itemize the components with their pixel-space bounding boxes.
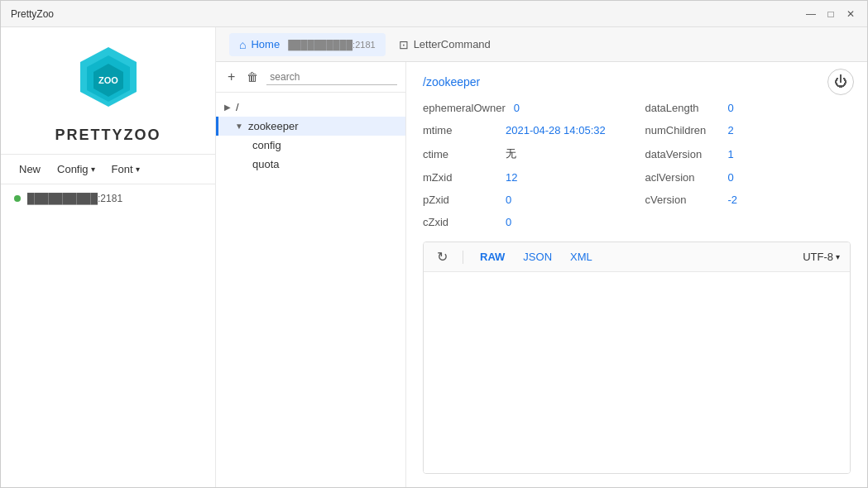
- detail-row-czxid: cZxid 0: [423, 216, 629, 228]
- tree-content: ▶ / ▼ zookeeper config: [216, 93, 405, 487]
- letter-icon: ⊡: [399, 38, 409, 51]
- app-window: PrettyZoo — □ ✕ ZOO PRETTYZOO: [0, 0, 868, 488]
- editor-area: ↻ RAW JSON XML UTF-8 ▾: [423, 242, 851, 474]
- tree-panel: + 🗑 ▶ / ▼ zookeeper: [216, 62, 406, 487]
- tree-item-quota-label: quota: [252, 158, 280, 170]
- detail-row-numchildren: numChildren 2: [645, 124, 851, 136]
- editor-body[interactable]: [424, 272, 850, 473]
- tab-home-host: ██████████:2181: [288, 40, 375, 50]
- label-datalength: dataLength: [645, 102, 720, 114]
- label-mzxid: mZxid: [423, 171, 497, 184]
- sidebar-nav: New Config ▾ Font ▾: [1, 154, 215, 184]
- sidebar-connection[interactable]: ██████████:2181: [1, 184, 215, 213]
- value-pzxid: 0: [506, 194, 511, 206]
- detail-row-pzxid: pZxid 0: [423, 194, 629, 206]
- tree-item-zookeeper-label: zookeeper: [248, 120, 299, 132]
- value-czxid: 0: [506, 216, 511, 228]
- window-controls: — □ ✕: [804, 7, 857, 21]
- detail-row-cversion: cVersion -2: [645, 194, 851, 206]
- app-title: PrettyZoo: [11, 8, 804, 20]
- value-dataversion: 1: [728, 148, 734, 160]
- add-node-button[interactable]: +: [224, 69, 238, 85]
- tree-item-root[interactable]: ▶ /: [216, 98, 405, 117]
- sidebar-logo-area: ZOO: [1, 27, 215, 127]
- value-mtime: 2021-04-28 14:05:32: [506, 124, 606, 136]
- svg-text:ZOO: ZOO: [98, 75, 118, 85]
- main-content: ⌂ Home ██████████:2181 ⊡ LetterCommand +…: [216, 27, 867, 487]
- tab-letter[interactable]: ⊡ LetterCommand: [389, 33, 501, 56]
- power-button[interactable]: ⏻: [827, 69, 854, 95]
- tree-item-quota[interactable]: quota: [216, 155, 405, 174]
- tab-bar: ⌂ Home ██████████:2181 ⊡ LetterCommand: [216, 27, 867, 62]
- tree-item-root-label: /: [236, 101, 239, 113]
- tree-toolbar: + 🗑: [216, 62, 405, 93]
- format-json-button[interactable]: JSON: [518, 249, 557, 265]
- status-dot-icon: [14, 195, 21, 202]
- detail-row-mzxid: mZxid 12: [423, 171, 629, 184]
- label-numchildren: numChildren: [645, 124, 720, 136]
- value-ctime: 无: [506, 146, 516, 161]
- minimize-button[interactable]: —: [804, 7, 818, 21]
- label-dataversion: dataVersion: [645, 148, 720, 160]
- title-bar: PrettyZoo — □ ✕: [1, 1, 867, 27]
- editor-divider: [463, 251, 463, 264]
- detail-row-ctime: ctime 无: [423, 146, 629, 161]
- value-ephemeralowner: 0: [514, 102, 520, 114]
- detail-path: /zookeeper: [423, 75, 851, 89]
- delete-node-button[interactable]: 🗑: [243, 69, 261, 84]
- config-chevron-icon: ▾: [91, 165, 95, 174]
- tree-item-config[interactable]: config: [216, 136, 405, 155]
- content-split: + 🗑 ▶ / ▼ zookeeper: [216, 62, 867, 487]
- detail-panel: ⏻ /zookeeper ephemeralOwner 0 dataLength: [406, 62, 867, 487]
- tree-arrow-zookeeper: ▼: [235, 122, 243, 131]
- detail-row-dataversion: dataVersion 1: [645, 146, 851, 161]
- label-czxid: cZxid: [423, 216, 497, 228]
- detail-row-datalength: dataLength 0: [645, 102, 851, 114]
- tab-home[interactable]: ⌂ Home ██████████:2181: [229, 33, 386, 56]
- prettyzoo-logo: ZOO: [75, 44, 141, 110]
- close-button[interactable]: ✕: [844, 7, 857, 21]
- value-cversion: -2: [728, 194, 738, 206]
- maximize-button[interactable]: □: [824, 7, 837, 21]
- format-raw-button[interactable]: RAW: [475, 249, 510, 265]
- config-button[interactable]: Config ▾: [52, 160, 100, 179]
- value-numchildren: 2: [728, 124, 734, 136]
- tab-letter-label: LetterCommand: [414, 38, 491, 50]
- detail-fields-grid: ephemeralOwner 0 dataLength 0 mtime 2021…: [423, 102, 851, 228]
- home-icon: ⌂: [239, 38, 246, 51]
- logo-text: PRETTYZOO: [55, 127, 161, 143]
- editor-toolbar: ↻ RAW JSON XML UTF-8 ▾: [424, 242, 850, 272]
- label-cversion: cVersion: [645, 194, 720, 206]
- detail-row-ephemeralowner: ephemeralOwner 0: [423, 102, 629, 114]
- value-datalength: 0: [728, 102, 734, 114]
- search-input[interactable]: [266, 69, 397, 85]
- tree-arrow-root: ▶: [224, 103, 231, 112]
- connection-host: ██████████:2181: [27, 193, 122, 204]
- format-xml-button[interactable]: XML: [565, 249, 597, 265]
- value-aclversion: 0: [728, 171, 734, 184]
- detail-row-mtime: mtime 2021-04-28 14:05:32: [423, 124, 629, 136]
- font-chevron-icon: ▾: [136, 165, 140, 174]
- tab-home-label: Home: [251, 38, 280, 50]
- encoding-selector[interactable]: UTF-8 ▾: [803, 251, 840, 263]
- main-layout: ZOO PRETTYZOO New Config ▾ Font ▾: [1, 27, 867, 487]
- detail-row-aclversion: aclVersion 0: [645, 171, 851, 184]
- value-mzxid: 12: [506, 171, 517, 184]
- refresh-button[interactable]: ↻: [434, 247, 451, 266]
- label-ephemeralowner: ephemeralOwner: [423, 102, 506, 114]
- label-mtime: mtime: [423, 124, 497, 136]
- tree-item-zookeeper[interactable]: ▼ zookeeper: [216, 117, 405, 136]
- label-aclversion: aclVersion: [645, 171, 720, 184]
- new-button[interactable]: New: [14, 160, 46, 179]
- sidebar: ZOO PRETTYZOO New Config ▾ Font ▾: [1, 27, 216, 487]
- tree-item-config-label: config: [252, 139, 281, 151]
- encoding-value: UTF-8: [803, 251, 833, 263]
- encoding-chevron-icon: ▾: [836, 252, 840, 261]
- label-pzxid: pZxid: [423, 194, 497, 206]
- label-ctime: ctime: [423, 148, 497, 160]
- font-button[interactable]: Font ▾: [107, 160, 145, 179]
